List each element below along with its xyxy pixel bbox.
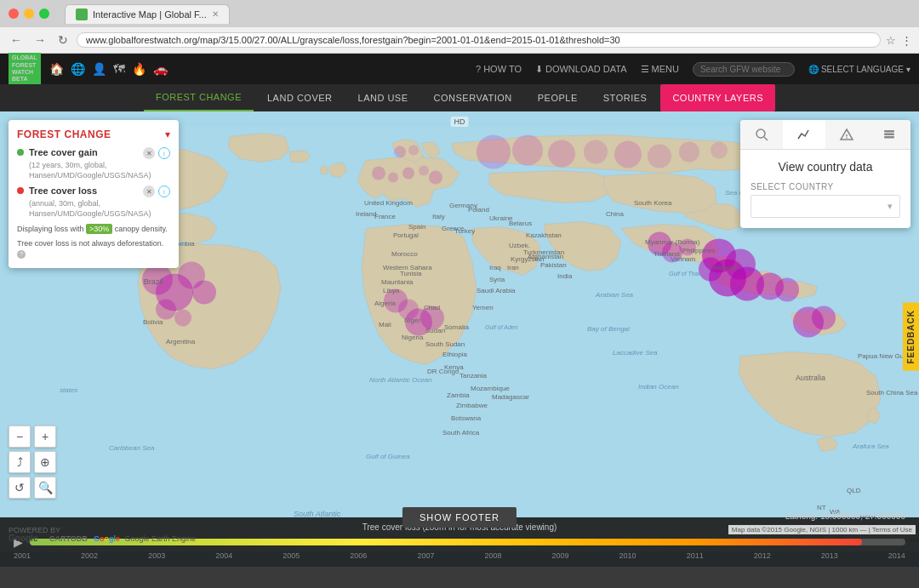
- loss-visibility-icon[interactable]: ✕: [143, 186, 155, 197]
- gain-layer-meta: (12 years, 30m, global, Hansen/UMD/Googl…: [29, 161, 170, 180]
- nav-item-land-use[interactable]: LAND USE: [346, 84, 420, 111]
- svg-point-34: [614, 141, 642, 168]
- download-data-link[interactable]: ⬇ DOWNLOAD DATA: [535, 64, 627, 75]
- svg-rect-135: [884, 130, 894, 133]
- map-area[interactable]: 0 1000 km Brazil Venezuela Bolivia Argen…: [0, 111, 919, 567]
- loss-info-icon[interactable]: i: [158, 186, 170, 197]
- globe-icon[interactable]: 🌐: [71, 62, 85, 76]
- nav-item-country-layers[interactable]: COUNTRY LAYERS: [660, 84, 775, 111]
- gain-visibility-icon[interactable]: ✕: [143, 147, 155, 159]
- country-dropdown[interactable]: ▾: [751, 195, 900, 218]
- menu-link[interactable]: ☰ MENU: [641, 64, 679, 75]
- svg-text:Brazil: Brazil: [144, 277, 163, 286]
- app-container: GLOBAL FOREST WATCH BETA 🏠 🌐 👤 🗺 🔥 🚗 ? H…: [0, 54, 919, 567]
- how-to-link[interactable]: ? HOW TO: [476, 64, 522, 74]
- svg-text:Niger: Niger: [404, 317, 420, 324]
- density-badge[interactable]: >30%: [86, 224, 112, 234]
- logo[interactable]: GLOBAL FOREST WATCH BETA: [9, 53, 41, 85]
- back-button[interactable]: ←: [7, 31, 26, 49]
- zoom-out-button[interactable]: −: [9, 425, 31, 448]
- svg-point-36: [679, 142, 699, 163]
- svg-text:Somalia: Somalia: [444, 323, 469, 331]
- address-bar[interactable]: www.globalforestwatch.org/map/3/15.00/27…: [77, 32, 881, 48]
- svg-text:United Kingdom: United Kingdom: [364, 199, 413, 207]
- deforestation-help-icon[interactable]: ?: [17, 250, 26, 259]
- refresh-button[interactable]: ↺: [9, 477, 31, 499]
- tab-close-icon[interactable]: ✕: [212, 9, 219, 19]
- panel-collapse-icon[interactable]: ▾: [165, 128, 170, 140]
- svg-text:South Korea: South Korea: [634, 199, 672, 207]
- measure-button[interactable]: ⊕: [34, 451, 56, 473]
- browser-tab[interactable]: Interactive Map | Global F... ✕: [65, 4, 230, 24]
- layers-tab[interactable]: [868, 120, 910, 149]
- panel-title: FOREST CHANGE: [17, 128, 111, 140]
- svg-point-26: [419, 166, 429, 176]
- nav-item-land-cover[interactable]: LAND COVER: [255, 84, 345, 111]
- svg-text:states: states: [60, 386, 77, 394]
- svg-point-24: [388, 173, 398, 183]
- top-nav: GLOBAL FOREST WATCH BETA 🏠 🌐 👤 🗺 🔥 🚗 ? H…: [0, 54, 919, 84]
- nav-item-stories[interactable]: STORIES: [591, 84, 659, 111]
- svg-text:Yemen: Yemen: [472, 304, 494, 311]
- svg-text:Algeria: Algeria: [374, 300, 396, 307]
- svg-point-29: [408, 146, 419, 156]
- map-icon[interactable]: 🗺: [113, 62, 125, 76]
- hd-label: HD: [451, 117, 469, 127]
- alert-tab[interactable]: [825, 120, 868, 149]
- nav-item-people[interactable]: PEOPLE: [526, 84, 590, 111]
- svg-point-31: [512, 135, 543, 166]
- show-footer-button[interactable]: SHOW FOOTER: [402, 507, 517, 528]
- year-2013: 2013: [821, 551, 838, 560]
- language-icon: 🌐: [808, 65, 819, 74]
- zoom-in-button[interactable]: +: [34, 425, 56, 448]
- fire-icon[interactable]: 🔥: [132, 62, 146, 76]
- svg-text:China: China: [606, 210, 624, 218]
- svg-text:South Atlantic: South Atlantic: [294, 510, 341, 518]
- logo-beta: BETA: [12, 76, 37, 83]
- maximize-button[interactable]: [39, 9, 49, 19]
- svg-text:Myanmar (Burma): Myanmar (Burma): [645, 238, 700, 246]
- gain-info-icon[interactable]: i: [158, 147, 170, 159]
- year-2014: 2014: [888, 551, 905, 560]
- year-2011: 2011: [687, 551, 704, 560]
- svg-point-30: [477, 135, 511, 169]
- address-bar-row: ← → ↻ www.globalforestwatch.org/map/3/15…: [0, 27, 919, 53]
- svg-text:Arabian Sea: Arabian Sea: [595, 291, 634, 299]
- panel-header: FOREST CHANGE ▾: [17, 128, 170, 140]
- svg-text:Bolivia: Bolivia: [143, 318, 163, 326]
- loss-layer-name: Tree cover loss: [29, 186, 138, 196]
- svg-text:Gulf of Aden: Gulf of Aden: [485, 324, 518, 330]
- svg-text:Malaysia: Malaysia: [711, 264, 739, 271]
- traffic-lights: [9, 9, 49, 19]
- search-map-button[interactable]: 🔍: [34, 477, 56, 499]
- bookmark-icon[interactable]: ☆: [886, 34, 896, 47]
- minimize-button[interactable]: [24, 9, 34, 19]
- feedback-tab[interactable]: FEEDBACK: [903, 303, 919, 371]
- car-icon[interactable]: 🚗: [153, 62, 168, 76]
- svg-point-37: [711, 142, 728, 159]
- svg-text:Saudi Arabia: Saudi Arabia: [477, 287, 516, 294]
- year-2010: 2010: [619, 551, 636, 560]
- logo-line1: GLOBAL: [12, 54, 37, 61]
- nav-item-conservation[interactable]: CONSERVATION: [422, 84, 524, 111]
- language-selector[interactable]: 🌐 SELECT LANGUAGE ▾: [808, 65, 910, 74]
- settings-icon[interactable]: ⋮: [901, 34, 912, 47]
- svg-text:Indian Ocean: Indian Ocean: [638, 383, 679, 391]
- svg-text:Pakistan: Pakistan: [540, 261, 567, 269]
- gain-layer-name: Tree cover gain: [29, 147, 138, 157]
- nav-item-forest-change[interactable]: FOREST CHANGE: [144, 84, 254, 111]
- year-2006: 2006: [350, 551, 367, 560]
- logo-line3: WATCH: [12, 69, 37, 76]
- share-button[interactable]: ⤴: [9, 451, 31, 473]
- chart-tab[interactable]: [783, 120, 825, 149]
- home-icon[interactable]: 🏠: [49, 62, 64, 76]
- analysis-tab[interactable]: [740, 120, 783, 149]
- svg-text:Vietnam: Vietnam: [671, 255, 696, 263]
- close-button[interactable]: [9, 9, 19, 19]
- person-icon[interactable]: 👤: [92, 62, 106, 76]
- forward-button[interactable]: →: [31, 31, 49, 49]
- layer-loss-header: Tree cover loss ✕ i: [17, 186, 170, 197]
- reload-button[interactable]: ↻: [54, 31, 71, 49]
- search-input[interactable]: [693, 62, 795, 77]
- svg-text:Nigeria: Nigeria: [402, 334, 424, 341]
